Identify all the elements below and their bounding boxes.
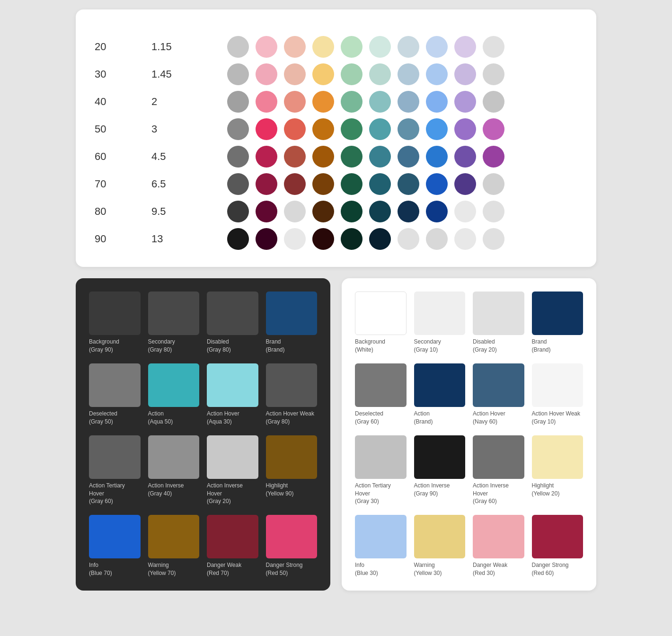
table-row: 9013 bbox=[95, 225, 577, 253]
color-item: Warning(Yellow 70) bbox=[148, 515, 200, 577]
swatch-circle bbox=[483, 118, 504, 140]
swatch-circle bbox=[256, 201, 277, 222]
swatch-circle bbox=[227, 63, 249, 85]
color-label: Action Hover(Navy 60) bbox=[473, 410, 524, 426]
swatch-circle bbox=[341, 63, 363, 85]
swatch-circle bbox=[227, 36, 249, 58]
swatch-circle bbox=[483, 146, 504, 168]
color-label: Danger Weak(Red 70) bbox=[207, 561, 258, 577]
swatch-circle bbox=[256, 36, 277, 58]
swatch-circle bbox=[227, 91, 249, 113]
color-item: Action(Brand) bbox=[414, 363, 466, 426]
shade-value: 60 bbox=[95, 150, 151, 163]
swatch-circle bbox=[369, 91, 391, 113]
color-label: Action Inverse Hover(Gray 60) bbox=[473, 482, 524, 505]
swatch-circle bbox=[454, 201, 476, 222]
shade-rows: 201.15301.45402503604.5706.5809.59013 bbox=[95, 33, 577, 253]
color-item: Action Tertiary Hover(Gray 30) bbox=[355, 435, 407, 506]
swatch-circle bbox=[312, 228, 334, 250]
color-swatch-rect bbox=[532, 515, 584, 558]
shade-value: 80 bbox=[95, 205, 151, 218]
swatch-circle bbox=[341, 91, 363, 113]
swatch-circle bbox=[426, 173, 448, 195]
color-label: Info(Blue 30) bbox=[355, 561, 407, 577]
color-item: Action Inverse(Gray 40) bbox=[148, 435, 200, 506]
color-label: Warning(Yellow 30) bbox=[414, 561, 466, 577]
swatch-circle bbox=[227, 118, 249, 140]
color-swatch-rect bbox=[473, 515, 524, 558]
swatch-circle bbox=[341, 173, 363, 195]
swatch-circle bbox=[483, 173, 504, 195]
swatch-circle bbox=[398, 146, 419, 168]
shade-value: 70 bbox=[95, 178, 151, 190]
color-label: Action Inverse(Gray 90) bbox=[414, 482, 466, 498]
swatch-circle bbox=[284, 91, 306, 113]
color-item: Background(White) bbox=[355, 292, 407, 354]
dark-color-grid: Background(Gray 90)Secondary(Gray 80)Dis… bbox=[89, 292, 317, 577]
ratio-value: 1.45 bbox=[151, 68, 227, 80]
color-swatch-rect bbox=[266, 515, 318, 558]
color-item: Danger Strong(Red 50) bbox=[266, 515, 318, 577]
color-item: Deselected(Gray 50) bbox=[89, 363, 141, 426]
light-panel: Background(White)Secondary(Gray 10)Disab… bbox=[342, 278, 596, 591]
color-item: Action Inverse Hover(Gray 20) bbox=[207, 435, 258, 506]
swatch-circle bbox=[398, 173, 419, 195]
ratio-value: 4.5 bbox=[151, 150, 227, 163]
color-swatch-rect bbox=[266, 292, 318, 335]
swatch-circle bbox=[312, 36, 334, 58]
table-header bbox=[95, 24, 577, 29]
swatch-circle bbox=[454, 173, 476, 195]
swatch-circle bbox=[454, 118, 476, 140]
color-swatch-rect bbox=[89, 292, 141, 335]
color-item: Action Inverse(Gray 90) bbox=[414, 435, 466, 506]
swatch-row bbox=[227, 91, 577, 113]
color-swatch-rect bbox=[266, 435, 318, 479]
swatch-circle bbox=[398, 91, 419, 113]
color-swatch-rect bbox=[148, 435, 200, 479]
color-item: Background(Gray 90) bbox=[89, 292, 141, 354]
swatch-circle bbox=[256, 146, 277, 168]
swatch-circle bbox=[398, 118, 419, 140]
swatch-circle bbox=[369, 63, 391, 85]
color-item: Disabled(Gray 20) bbox=[473, 292, 524, 354]
color-label: Action(Aqua 50) bbox=[148, 410, 200, 426]
swatch-circle bbox=[369, 36, 391, 58]
swatch-circle bbox=[426, 63, 448, 85]
swatch-circle bbox=[227, 173, 249, 195]
color-item: Info(Blue 70) bbox=[89, 515, 141, 577]
swatch-row bbox=[227, 63, 577, 85]
swatch-circle bbox=[341, 118, 363, 140]
color-item: Brand(Brand) bbox=[532, 292, 584, 354]
color-label: Action Inverse(Gray 40) bbox=[148, 482, 200, 498]
color-swatch-rect bbox=[207, 292, 258, 335]
swatch-circle bbox=[284, 146, 306, 168]
swatch-circle bbox=[312, 118, 334, 140]
swatch-circle bbox=[312, 146, 334, 168]
swatch-row bbox=[227, 118, 577, 140]
color-item: Action Tertiary Hover(Gray 60) bbox=[89, 435, 141, 506]
swatch-circle bbox=[341, 146, 363, 168]
color-label: Action Hover(Aqua 30) bbox=[207, 410, 258, 426]
swatch-circle bbox=[341, 36, 363, 58]
swatch-circle bbox=[312, 173, 334, 195]
dark-panel: Background(Gray 90)Secondary(Gray 80)Dis… bbox=[76, 278, 330, 591]
color-label: Action Hover Weak(Gray 80) bbox=[266, 410, 318, 426]
swatch-circle bbox=[312, 63, 334, 85]
main-container: 201.15301.45402503604.5706.5809.59013 Ba… bbox=[76, 9, 596, 591]
swatch-circle bbox=[369, 118, 391, 140]
color-swatch-rect bbox=[207, 515, 258, 558]
swatch-circle bbox=[426, 118, 448, 140]
color-item: Danger Weak(Red 30) bbox=[473, 515, 524, 577]
swatch-row bbox=[227, 201, 577, 222]
bottom-row: Background(Gray 90)Secondary(Gray 80)Dis… bbox=[76, 278, 596, 591]
swatch-circle bbox=[284, 228, 306, 250]
swatch-circle bbox=[284, 118, 306, 140]
swatch-circle bbox=[369, 228, 391, 250]
color-swatch-rect bbox=[89, 363, 141, 407]
swatch-row bbox=[227, 228, 577, 250]
swatch-circle bbox=[227, 228, 249, 250]
color-swatch-rect bbox=[148, 363, 200, 407]
color-swatch-rect bbox=[414, 363, 466, 407]
color-swatch-rect bbox=[532, 435, 584, 479]
color-label: Background(Gray 90) bbox=[89, 338, 141, 354]
